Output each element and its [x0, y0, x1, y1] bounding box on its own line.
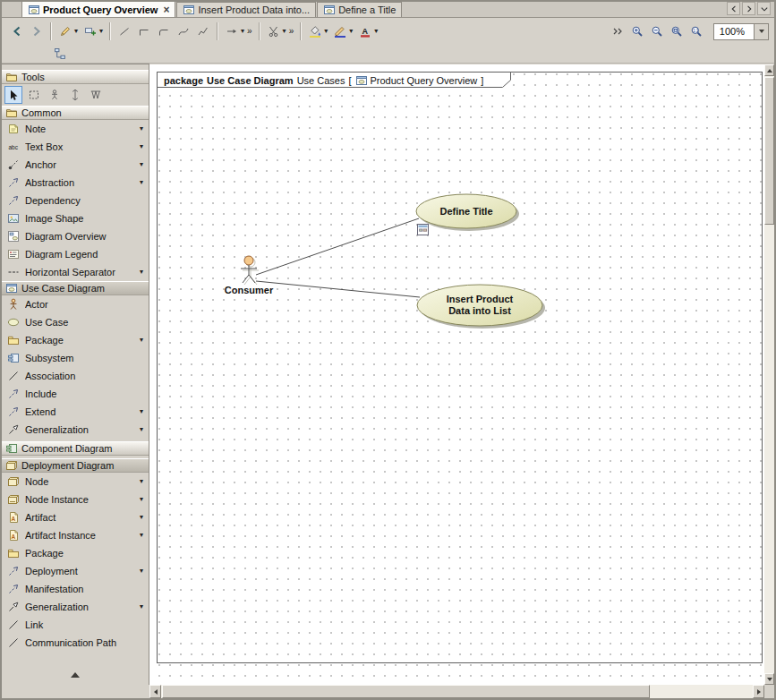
element-creation-button[interactable]: ▾	[55, 21, 81, 42]
close-icon[interactable]: ×	[163, 5, 169, 14]
tab-scroll-left-button[interactable]	[727, 2, 740, 15]
relation-creation-button[interactable]: ▾	[81, 21, 106, 42]
palette-item-node[interactable]: Node ▾	[2, 473, 149, 491]
palette-item-link[interactable]: Link	[2, 616, 149, 634]
scroll-up-button[interactable]	[764, 64, 774, 76]
back-button[interactable]	[7, 21, 27, 42]
zigzag-path-button[interactable]	[193, 21, 213, 42]
scroll-right-button[interactable]	[753, 685, 764, 698]
chevron-down-icon[interactable]: ▾	[74, 28, 78, 35]
zoom-fit-button[interactable]	[667, 21, 686, 42]
palette-item-diagram-legend[interactable]: Diagram Legend	[2, 245, 149, 263]
tab-product-query-overview[interactable]: Product Query Overview ×	[21, 1, 175, 17]
palette-scroll-up-button[interactable]	[2, 672, 149, 678]
chevron-down-icon[interactable]: ▾	[99, 28, 103, 35]
tab-insert-product-data-into[interactable]: Insert Product Data into...	[176, 2, 316, 17]
rectilinear-path-button[interactable]	[134, 21, 154, 42]
zoom-in-button[interactable]	[627, 21, 647, 42]
tab-scroll-right-button[interactable]	[742, 2, 755, 15]
palette-item-package[interactable]: Package ▾	[2, 331, 149, 349]
palette-item-node-instance[interactable]: Node Instance ▾	[2, 491, 149, 508]
chevron-down-icon[interactable]: ▾	[324, 28, 328, 35]
palette-section-component-diagram[interactable]: Component Diagram	[2, 441, 149, 456]
palette-section-use-case-diagram[interactable]: Use Case Diagram	[2, 281, 149, 295]
use-case-define-title-label[interactable]: Define Title	[413, 206, 520, 218]
palette-item-package[interactable]: Package	[2, 544, 149, 562]
vertical-scroll-thumb[interactable]	[764, 77, 774, 225]
chevron-down-icon[interactable]: ▾	[140, 568, 143, 575]
tab-list-button[interactable]	[757, 2, 771, 15]
chevron-down-icon[interactable]: ▾	[140, 496, 143, 503]
chevron-down-icon[interactable]: ▾	[140, 478, 143, 485]
horizontal-scroll-thumb[interactable]	[162, 685, 650, 698]
palette-item-include[interactable]: Include	[2, 385, 149, 403]
use-case-insert-product-label[interactable]: Insert Product Data into List	[417, 294, 542, 317]
palette-item-abstraction[interactable]: Abstraction ▾	[2, 174, 149, 192]
chevron-down-icon[interactable]: ▾	[374, 28, 378, 35]
marquee-tool-button[interactable]	[25, 86, 43, 104]
diagram-canvas[interactable]: packageUse Case DiagramUse Cases[Product…	[149, 64, 764, 685]
line-color-button[interactable]: ▾	[330, 21, 355, 42]
actor-consumer[interactable]	[241, 256, 259, 285]
distribute-tool-button[interactable]	[87, 86, 105, 104]
palette-item-artifact-instance[interactable]: A Artifact Instance ▾	[2, 526, 149, 544]
align-tool-button[interactable]	[66, 86, 84, 104]
chevron-down-icon[interactable]: ▾	[140, 603, 143, 610]
palette-item-note[interactable]: Note ▾	[2, 120, 149, 138]
chevron-down-icon[interactable]: ▾	[140, 125, 143, 132]
palette-item-generalization[interactable]: Generalization ▾	[2, 421, 149, 439]
overflow-chevron-icon[interactable]: »	[247, 27, 252, 36]
palette-item-use-case[interactable]: Use Case	[2, 313, 149, 331]
chevron-down-icon[interactable]: ▾	[140, 514, 143, 521]
palette-item-actor[interactable]: Actor	[2, 295, 149, 313]
palette-item-diagram-overview[interactable]: Diagram Overview	[2, 227, 149, 245]
scroll-left-button[interactable]	[149, 685, 161, 698]
chevron-down-icon[interactable]: ▾	[140, 179, 143, 186]
path-arrow-style-button[interactable]: ▾ »	[222, 21, 255, 42]
palette-item-text-box[interactable]: abc Text Box ▾	[2, 138, 149, 156]
palette-item-anchor[interactable]: Anchor ▾	[2, 156, 149, 174]
chevron-down-icon[interactable]: ▾	[140, 269, 143, 276]
zoom-original-button[interactable]: 1:1	[686, 21, 706, 42]
oblique-path-button[interactable]	[115, 21, 134, 42]
palette-item-horizontal-separator[interactable]: Horizontal Separator ▾	[2, 263, 149, 281]
cut-path-button[interactable]: ▾ »	[264, 21, 297, 42]
chevron-down-icon[interactable]: ▾	[241, 28, 244, 35]
chevron-down-icon[interactable]	[754, 24, 768, 39]
overflow-chevron-icon[interactable]: »	[289, 27, 294, 36]
palette-item-deployment[interactable]: Deployment ▾	[2, 562, 149, 580]
diagram-frame[interactable]	[158, 73, 763, 663]
toolbar-overflow-button[interactable]	[608, 21, 627, 42]
diagram-structure-button[interactable]	[50, 43, 70, 64]
zoom-out-button[interactable]	[647, 21, 667, 42]
association-line[interactable]	[256, 218, 419, 275]
chevron-down-icon[interactable]: ▾	[283, 28, 286, 35]
zoom-level-combobox[interactable]: 100%	[713, 23, 769, 40]
chevron-down-icon[interactable]: ▾	[140, 161, 143, 168]
palette-item-subsystem[interactable]: Subsystem	[2, 349, 149, 367]
chevron-down-icon[interactable]: ▾	[349, 28, 353, 35]
diagram-link-icon[interactable]	[417, 224, 429, 235]
palette-item-communication-path[interactable]: Communication Path	[2, 634, 149, 652]
curved-path-button[interactable]	[174, 21, 193, 42]
vertical-scrollbar[interactable]	[764, 64, 774, 685]
fill-color-button[interactable]: ▾	[305, 21, 330, 42]
chevron-down-icon[interactable]: ▾	[140, 426, 143, 433]
actor-label[interactable]: Consumer	[209, 285, 289, 295]
chevron-down-icon[interactable]: ▾	[140, 143, 143, 150]
chevron-down-icon[interactable]: ▾	[140, 337, 143, 344]
palette-item-extend[interactable]: Extend ▾	[2, 403, 149, 421]
palette-item-manifestation[interactable]: Manifestation	[2, 580, 149, 598]
selection-tool-button[interactable]	[4, 86, 22, 104]
tab-define-a-title[interactable]: Define a Title	[317, 2, 402, 17]
font-color-button[interactable]: A ▾	[355, 21, 380, 42]
sticky-tool-button[interactable]	[46, 86, 64, 104]
palette-section-tools[interactable]: Tools	[2, 70, 149, 84]
palette-item-dependency[interactable]: Dependency	[2, 192, 149, 209]
chevron-down-icon[interactable]: ▾	[140, 532, 143, 539]
forward-button[interactable]	[27, 21, 47, 42]
palette-item-artifact[interactable]: A Artifact ▾	[2, 508, 149, 526]
palette-item-image-shape[interactable]: Image Shape	[2, 209, 149, 227]
horizontal-scrollbar[interactable]	[149, 685, 764, 698]
chevron-down-icon[interactable]: ▾	[140, 408, 143, 415]
